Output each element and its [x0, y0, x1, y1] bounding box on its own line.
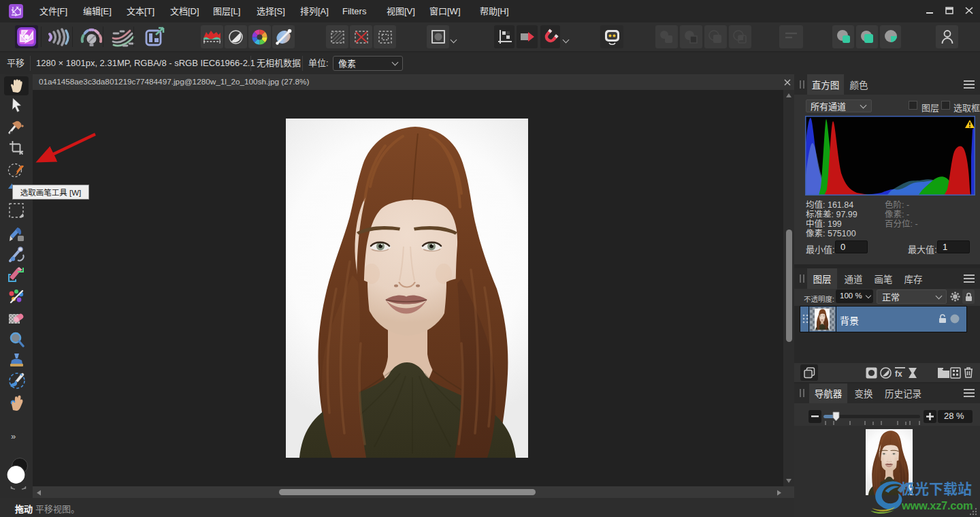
svg-text:www.xz7.com: www.xz7.com [901, 499, 973, 512]
svg-text:极光下载站: 极光下载站 [900, 477, 972, 498]
svg-text:fx: fx [895, 369, 902, 379]
